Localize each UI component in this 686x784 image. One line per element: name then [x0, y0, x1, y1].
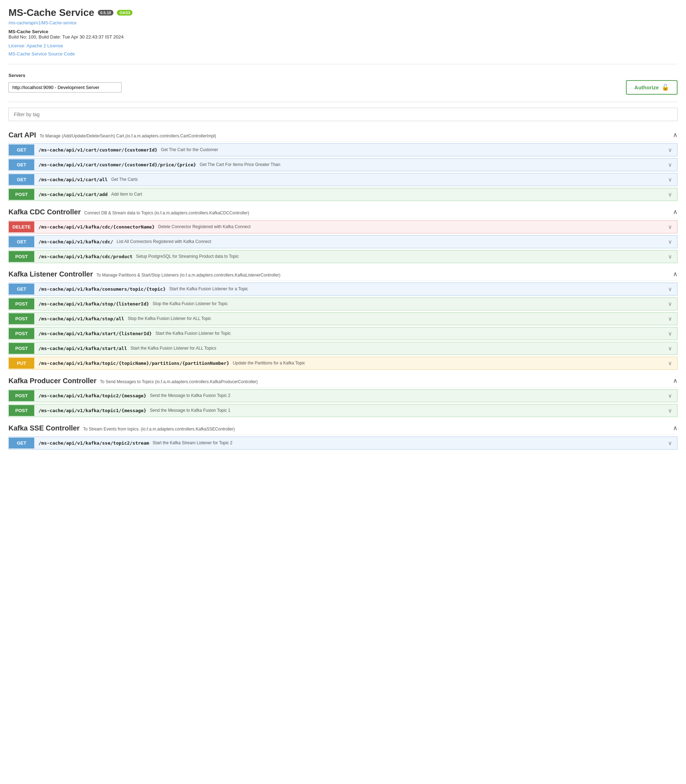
source-link[interactable]: MS-Cache Service Source Code [8, 50, 678, 58]
endpoint-expand-icon[interactable]: ∨ [663, 250, 677, 263]
section-desc-kafka-producer: To Send Messages to Topics (io.f.a.m.ada… [100, 379, 258, 384]
section-title-kafka-producer: Kafka Producer Controller [8, 377, 96, 385]
endpoint-row[interactable]: POST/ms-cache/api/v1/kafka/topic1/{messa… [8, 404, 678, 417]
endpoint-expand-icon[interactable]: ∨ [663, 283, 677, 295]
endpoint-path: /ms-cache/api/v1/cart/allGet The Carts [34, 174, 663, 185]
endpoint-path: /ms-cache/api/v1/kafka/cdc/{connectorNam… [34, 222, 663, 232]
path-text: /ms-cache/api/v1/kafka/stop/{listenerId} [39, 301, 149, 306]
path-text: /ms-cache/api/v1/kafka/topic/{topicName}… [39, 360, 229, 366]
endpoint-path: /ms-cache/api/v1/cart/customer/{customer… [34, 144, 663, 155]
path-text: /ms-cache/api/v1/cart/all [39, 177, 108, 182]
endpoint-summary: Start the Kafka Fusion Listener for Topi… [155, 331, 231, 336]
endpoint-row[interactable]: DELETE/ms-cache/api/v1/kafka/cdc/{connec… [8, 220, 678, 233]
endpoint-summary: Send the Message to Kafka Fusion Topic 2 [150, 393, 230, 398]
endpoint-path: /ms-cache/api/v1/kafka/stop/allStop the … [34, 313, 663, 324]
endpoint-path: /ms-cache/api/v1/kafka/start/{listenerId… [34, 328, 663, 339]
endpoint-row[interactable]: GET/ms-cache/api/v1/kafka/cdc/List All C… [8, 235, 678, 248]
servers-label: Servers [8, 73, 678, 78]
section-collapse-kafka-producer[interactable]: ∧ [673, 377, 678, 385]
endpoint-row[interactable]: POST/ms-cache/api/v1/kafka/cdc/productSe… [8, 250, 678, 263]
endpoint-summary: Setup PostgreSQL for Streaming Product d… [136, 254, 239, 259]
endpoint-row[interactable]: GET/ms-cache/api/v1/cart/customer/{custo… [8, 158, 678, 171]
path-text: /ms-cache/api/v1/kafka/consumers/topic/{… [39, 287, 166, 292]
method-badge-get: GET [9, 438, 34, 448]
endpoint-summary: Get The Carts [111, 177, 138, 182]
path-text: /ms-cache/api/v1/kafka/sse/topic2/stream [39, 440, 149, 446]
section-title-kafka-listener: Kafka Listener Controller [8, 270, 93, 278]
path-text: /ms-cache/api/v1/cart/customer/{customer… [39, 147, 158, 153]
endpoint-row[interactable]: GET/ms-cache/api/v1/cart/allGet The Cart… [8, 173, 678, 186]
section-header-kafka-cdc[interactable]: Kafka CDC ControllerConnect DB & Stream … [8, 204, 678, 218]
endpoint-row[interactable]: PUT/ms-cache/api/v1/kafka/topic/{topicNa… [8, 357, 678, 370]
endpoint-expand-icon[interactable]: ∨ [663, 144, 677, 156]
section-collapse-kafka-listener[interactable]: ∧ [673, 270, 678, 278]
endpoint-expand-icon[interactable]: ∨ [663, 236, 677, 248]
endpoint-row[interactable]: POST/ms-cache/api/v1/kafka/topic2/{messa… [8, 389, 678, 402]
filter-input[interactable] [8, 108, 678, 121]
section-header-kafka-sse[interactable]: Kafka SSE ControllerTo Stream Events fro… [8, 421, 678, 435]
endpoint-expand-icon[interactable]: ∨ [663, 173, 677, 186]
section-collapse-cart-api[interactable]: ∧ [673, 131, 678, 139]
method-badge-post: POST [9, 405, 34, 416]
endpoint-path: /ms-cache/api/v1/kafka/stop/{listenerId}… [34, 298, 663, 310]
page-container: MS-Cache Service 0.5.10 OAS3 /ms-cache/a… [0, 0, 686, 460]
section-cart-api: Cart APITo Manage (Add/Update/Delete/Sea… [8, 127, 678, 201]
endpoint-row[interactable]: GET/ms-cache/api/v1/kafka/consumers/topi… [8, 282, 678, 296]
endpoint-path: /ms-cache/api/v1/kafka/sse/topic2/stream… [34, 438, 663, 448]
section-header-kafka-listener[interactable]: Kafka Listener ControllerTo Manage Parti… [8, 267, 678, 281]
section-title-kafka-cdc: Kafka CDC Controller [8, 208, 80, 216]
servers-row: Authorize 🔓 [8, 80, 678, 95]
method-badge-post: POST [9, 313, 34, 324]
endpoint-row[interactable]: GET/ms-cache/api/v1/kafka/sse/topic2/str… [8, 437, 678, 450]
endpoint-expand-icon[interactable]: ∨ [663, 158, 677, 171]
endpoint-path: /ms-cache/api/v1/kafka/cdc/productSetup … [34, 251, 663, 262]
server-input[interactable] [8, 82, 121, 93]
header-title-row: MS-Cache Service 0.5.10 OAS3 [8, 7, 678, 18]
section-title-cart-api: Cart API [8, 131, 36, 139]
endpoint-summary: Get The Cart For Items Price Greater Tha… [199, 162, 280, 167]
section-desc-kafka-cdc: Connect DB & Stream data to Topics (io.f… [84, 210, 249, 215]
endpoint-row[interactable]: POST/ms-cache/api/v1/kafka/stop/allStop … [8, 312, 678, 325]
endpoint-summary: Stop the Kafka Fusion Listener for ALL T… [128, 316, 211, 321]
endpoint-expand-icon[interactable]: ∨ [663, 404, 677, 417]
endpoint-expand-icon[interactable]: ∨ [663, 188, 677, 200]
license-link[interactable]: License: Apache 2 License [8, 42, 678, 50]
path-text: /ms-cache/api/v1/kafka/stop/all [39, 316, 124, 321]
path-text: /ms-cache/api/v1/cart/customer/{customer… [39, 162, 196, 167]
lock-icon: 🔓 [662, 84, 669, 91]
endpoint-row[interactable]: POST/ms-cache/api/v1/kafka/start/allStar… [8, 342, 678, 355]
section-header-kafka-producer[interactable]: Kafka Producer ControllerTo Send Message… [8, 373, 678, 388]
endpoint-row[interactable]: POST/ms-cache/api/v1/cart/addAdd Item to… [8, 188, 678, 201]
divider-2 [8, 102, 678, 102]
endpoint-expand-icon[interactable]: ∨ [663, 298, 677, 310]
method-badge-post: POST [9, 251, 34, 262]
endpoint-row[interactable]: POST/ms-cache/api/v1/kafka/start/{listen… [8, 327, 678, 340]
endpoint-expand-icon[interactable]: ∨ [663, 342, 677, 355]
header-url: /ms-cache/api/v1/MS-Cache-service [8, 21, 678, 25]
method-badge-post: POST [9, 298, 34, 310]
path-text: /ms-cache/api/v1/kafka/topic2/{message} [39, 393, 146, 398]
authorize-button[interactable]: Authorize 🔓 [626, 80, 678, 95]
path-text: /ms-cache/api/v1/kafka/cdc/product [39, 254, 132, 259]
endpoint-expand-icon[interactable]: ∨ [663, 313, 677, 325]
endpoint-path: /ms-cache/api/v1/kafka/topic/{topicName}… [34, 358, 663, 369]
path-text: /ms-cache/api/v1/kafka/start/all [39, 346, 127, 351]
header-info: MS-Cache Service Build No: 100, Build Da… [8, 29, 678, 39]
section-collapse-kafka-sse[interactable]: ∧ [673, 424, 678, 432]
method-badge-put: PUT [9, 358, 34, 369]
section-collapse-kafka-cdc[interactable]: ∧ [673, 208, 678, 216]
endpoint-expand-icon[interactable]: ∨ [663, 437, 677, 449]
section-kafka-listener: Kafka Listener ControllerTo Manage Parti… [8, 267, 678, 370]
endpoint-expand-icon[interactable]: ∨ [663, 328, 677, 340]
endpoint-expand-icon[interactable]: ∨ [663, 357, 677, 369]
sections-container: Cart APITo Manage (Add/Update/Delete/Sea… [8, 127, 678, 450]
endpoint-expand-icon[interactable]: ∨ [663, 390, 677, 402]
endpoint-row[interactable]: POST/ms-cache/api/v1/kafka/stop/{listene… [8, 297, 678, 310]
endpoint-expand-icon[interactable]: ∨ [663, 221, 677, 233]
endpoint-path: /ms-cache/api/v1/kafka/cdc/List All Conn… [34, 236, 663, 247]
section-header-cart-api[interactable]: Cart APITo Manage (Add/Update/Delete/Sea… [8, 127, 678, 142]
section-desc-kafka-sse: To Stream Events from topics. (io.f.a.m.… [83, 427, 235, 432]
method-badge-get: GET [9, 236, 34, 247]
method-badge-get: GET [9, 284, 34, 295]
endpoint-row[interactable]: GET/ms-cache/api/v1/cart/customer/{custo… [8, 143, 678, 156]
